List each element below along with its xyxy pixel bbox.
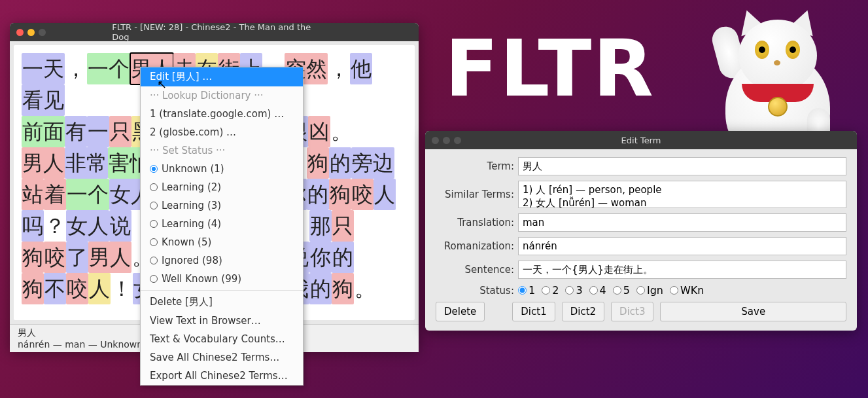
word-token[interactable]: 前面: [22, 116, 65, 147]
label-romanization: Romanization:: [436, 240, 514, 252]
word-token[interactable]: 。: [330, 116, 353, 147]
menu-lookup-header: ··· Lookup Dictionary ···: [141, 86, 303, 105]
app-logo: FLTR: [445, 23, 655, 114]
status-option-2[interactable]: 2: [542, 284, 559, 297]
word-token[interactable]: 说: [109, 210, 131, 242]
romanization-field[interactable]: [518, 237, 846, 255]
menu-status-ignored[interactable]: Ignored (98): [141, 251, 303, 270]
window-title: FLTR - [NEW: 28] - Chinese2 - The Man an…: [112, 22, 317, 42]
word-token[interactable]: 狗: [307, 147, 329, 179]
word-token[interactable]: 男人: [22, 147, 65, 179]
menu-status-learning-4[interactable]: Learning (4): [141, 215, 303, 233]
word-token[interactable]: 他: [350, 53, 372, 84]
word-token[interactable]: ，: [65, 53, 87, 84]
term-field[interactable]: [518, 157, 846, 175]
edit-window-title: Edit Term: [621, 136, 661, 145]
word-token[interactable]: 的: [329, 147, 351, 179]
word-token[interactable]: 看见: [22, 84, 65, 116]
word-token[interactable]: 你: [309, 242, 332, 273]
save-button[interactable]: Save: [660, 302, 846, 321]
word-token[interactable]: 非常: [65, 147, 108, 179]
dict1-button[interactable]: Dict1: [512, 302, 555, 321]
edit-titlebar[interactable]: Edit Term: [425, 131, 857, 149]
word-token[interactable]: 一天: [22, 53, 65, 84]
close-icon[interactable]: [16, 29, 24, 36]
status-option-WKn[interactable]: WKn: [670, 284, 704, 297]
word-token[interactable]: 有: [65, 116, 87, 147]
word-token[interactable]: ！: [111, 273, 133, 304]
word-token[interactable]: 的: [307, 179, 329, 210]
word-token[interactable]: 男人: [88, 242, 131, 273]
word-token[interactable]: ，: [328, 53, 350, 84]
menu-status-known[interactable]: Known (5): [141, 233, 303, 251]
menu-dict-2[interactable]: 2 (glosbe.com) …: [141, 123, 303, 141]
word-token[interactable]: 狗: [332, 273, 354, 304]
word-token[interactable]: 旁边: [351, 147, 394, 179]
word-token[interactable]: 咬: [44, 242, 66, 273]
status-option-4[interactable]: 4: [589, 284, 606, 297]
minimize-icon[interactable]: [27, 29, 35, 36]
menu-dict-1[interactable]: 1 (translate.google.com) …: [141, 105, 303, 123]
maximize-icon[interactable]: [39, 29, 46, 36]
word-token[interactable]: 的: [309, 273, 332, 304]
word-token[interactable]: 了: [66, 242, 88, 273]
menu-edit-term[interactable]: Edit [男人] …: [141, 67, 303, 86]
similar-terms-field[interactable]: [518, 181, 846, 208]
dict2-button[interactable]: Dict2: [562, 302, 604, 321]
status-option-1[interactable]: 1: [518, 284, 535, 297]
word-token[interactable]: 一个: [87, 53, 130, 84]
word-token[interactable]: 的: [332, 242, 354, 273]
dict3-button: Dict3: [611, 302, 653, 321]
menu-status-learning-2[interactable]: Learning (2): [141, 178, 303, 196]
word-token[interactable]: 人: [88, 273, 111, 304]
word-token[interactable]: 。: [354, 273, 376, 304]
delete-button[interactable]: Delete: [436, 302, 485, 321]
maximize-icon[interactable]: [454, 137, 461, 144]
status-radio-group: 1 2 3 4 5 Ign WKn: [518, 284, 846, 297]
label-translation: Translation:: [436, 217, 514, 228]
status-option-3[interactable]: 3: [565, 284, 582, 297]
menu-export-terms[interactable]: Export All Chinese2 Terms…: [141, 367, 303, 385]
word-token[interactable]: 狗: [22, 273, 44, 304]
sentence-field[interactable]: [518, 261, 846, 279]
main-titlebar[interactable]: FLTR - [NEW: 28] - Chinese2 - The Man an…: [10, 23, 419, 41]
translation-field[interactable]: [518, 213, 846, 232]
word-token[interactable]: ？: [44, 210, 66, 242]
word-token[interactable]: 只: [332, 210, 354, 242]
menu-status-wellknown[interactable]: Well Known (99): [141, 270, 303, 288]
word-token[interactable]: 凶: [308, 116, 330, 147]
minimize-icon[interactable]: [443, 137, 450, 144]
word-token[interactable]: 不: [44, 273, 66, 304]
menu-status-learning-3[interactable]: Learning (3): [141, 196, 303, 215]
label-similar: Similar Terms:: [436, 189, 514, 200]
word-token[interactable]: 咬: [66, 273, 88, 304]
menu-counts[interactable]: Text & Vocabulary Counts…: [141, 330, 303, 348]
edit-term-window: Edit Term Term: Similar Terms: Translati…: [425, 131, 857, 331]
word-token[interactable]: 站: [22, 179, 44, 210]
menu-status-header: ··· Set Status ···: [141, 141, 303, 160]
menu-delete-term[interactable]: Delete [男人]: [141, 293, 303, 312]
label-status: Status:: [436, 285, 514, 297]
word-token[interactable]: 狗: [329, 179, 351, 210]
word-token[interactable]: 人: [373, 179, 396, 210]
term-context-menu: Edit [男人] … ··· Lookup Dictionary ··· 1 …: [140, 67, 304, 386]
word-token[interactable]: 女人: [66, 210, 109, 242]
word-token[interactable]: 咬: [351, 179, 373, 210]
close-icon[interactable]: [432, 137, 439, 144]
word-token[interactable]: 只: [109, 116, 131, 147]
status-option-Ign[interactable]: Ign: [636, 284, 663, 297]
menu-status-unknown[interactable]: Unknown (1): [141, 160, 303, 178]
word-token[interactable]: 一: [87, 116, 109, 147]
menu-save-terms[interactable]: Save All Chinese2 Terms…: [141, 348, 303, 367]
label-term: Term:: [436, 160, 514, 172]
word-token[interactable]: 吗: [22, 210, 44, 242]
word-token[interactable]: 着: [44, 179, 66, 210]
word-token[interactable]: 那: [309, 210, 332, 242]
status-option-5[interactable]: 5: [613, 284, 630, 297]
menu-view-browser[interactable]: View Text in Browser…: [141, 312, 303, 330]
label-sentence: Sentence:: [436, 264, 514, 276]
word-token[interactable]: 狗: [22, 242, 44, 273]
word-token[interactable]: 一个: [66, 179, 109, 210]
